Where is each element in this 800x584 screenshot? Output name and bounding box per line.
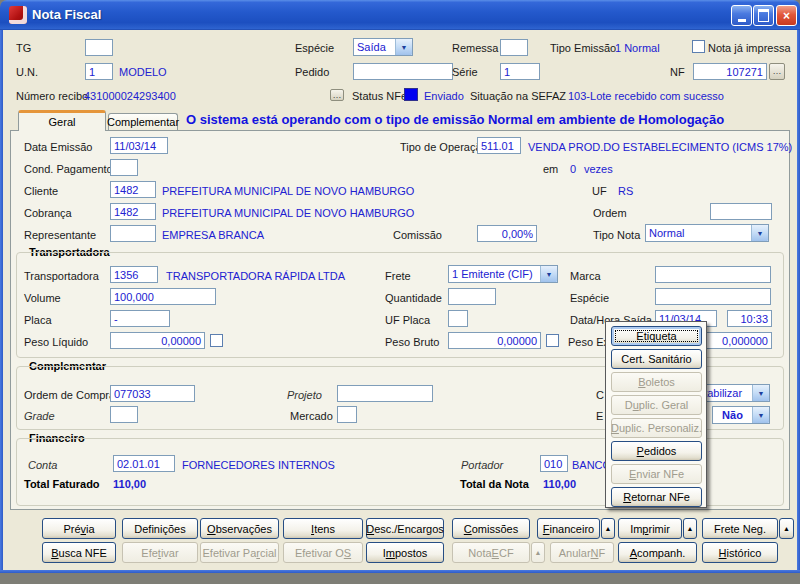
- peso-bruto-input[interactable]: 0,00000: [448, 332, 541, 349]
- quantidade-input[interactable]: [448, 288, 496, 305]
- cobranca-input[interactable]: 1482: [110, 203, 156, 220]
- cond-pagamento-label: Cond. Pagamento: [24, 163, 113, 175]
- duplic-geral-button[interactable]: Duplic. Geral: [611, 395, 702, 415]
- recibo-lookup-button[interactable]: …: [330, 89, 344, 101]
- pedido-input[interactable]: [353, 63, 453, 80]
- grade-input[interactable]: [110, 406, 138, 423]
- total-faturado-label: Total Faturado: [24, 478, 100, 490]
- cliente-input[interactable]: 1482: [110, 181, 156, 198]
- especie-select[interactable]: Saída ▼: [353, 38, 413, 56]
- marca-label: Marca: [570, 270, 601, 282]
- uf-label: UF: [592, 185, 607, 197]
- tipo-operacao-label: Tipo de Operação: [400, 141, 488, 153]
- previa-button[interactable]: Prévia: [42, 518, 116, 539]
- etiqueta-button[interactable]: Etiqueta: [611, 326, 702, 346]
- placa-input[interactable]: -: [110, 310, 170, 327]
- peso-ex-input[interactable]: 0,000000: [700, 332, 772, 349]
- volume-input[interactable]: 100,000: [110, 288, 216, 305]
- efetivar-os-button[interactable]: Efetivar OS: [283, 542, 363, 563]
- boletos-button[interactable]: Boletos: [611, 372, 702, 392]
- comissoes-button[interactable]: Comissões: [452, 518, 530, 539]
- un-input[interactable]: 1: [85, 63, 113, 80]
- nf-lookup-button[interactable]: …: [769, 63, 785, 80]
- cert-sanitario-button[interactable]: Cert. Sanitário: [611, 349, 702, 369]
- pedidos-button[interactable]: Pedidos: [611, 441, 702, 461]
- marca-input[interactable]: [655, 266, 771, 283]
- cond-pagamento-input[interactable]: [110, 159, 138, 176]
- chevron-down-icon[interactable]: ▼: [752, 385, 769, 401]
- ordem-input[interactable]: [710, 203, 772, 220]
- nota-ja-impressa-checkbox[interactable]: [692, 40, 705, 53]
- itens-button[interactable]: Itens: [283, 518, 363, 539]
- imprimir-expand-button[interactable]: ▲: [683, 518, 697, 539]
- maximize-icon: [758, 9, 769, 22]
- serie-input[interactable]: 1: [500, 63, 540, 80]
- anular-nf-button[interactable]: Anular NF: [550, 542, 614, 563]
- chevron-down-icon[interactable]: ▼: [751, 225, 768, 241]
- hora-saida-input[interactable]: 10:33: [727, 310, 772, 327]
- nota-ecf-expand-button[interactable]: ▲: [531, 542, 545, 563]
- situacao-sefaz-value: 103-Lote recebido com sucesso: [568, 90, 724, 102]
- uf-placa-label: UF Placa: [385, 314, 430, 326]
- especie-volume-input[interactable]: [655, 288, 771, 305]
- total-da-nota-value: 110,00: [543, 478, 576, 490]
- un-label: U.N.: [16, 66, 38, 78]
- definicoes-button[interactable]: Definições: [122, 518, 198, 539]
- frete-neg-expand-button[interactable]: ▲: [779, 518, 794, 539]
- observacoes-button[interactable]: Observações: [200, 518, 279, 539]
- tipo-nota-select[interactable]: Normal ▼: [645, 224, 769, 242]
- quantidade-label: Quantidade: [385, 292, 442, 304]
- portador-input[interactable]: 010: [540, 455, 568, 472]
- tab-complementar[interactable]: Complementar: [108, 113, 178, 130]
- acompanh-button[interactable]: Acompanh.: [618, 542, 697, 563]
- duplic-personaliz-button[interactable]: Duplic. Personaliz.: [611, 418, 702, 438]
- frete-select[interactable]: 1 Emitente (CIF) ▼: [448, 265, 558, 283]
- peso-liquido-input[interactable]: 0,00000: [110, 332, 205, 349]
- nf-input[interactable]: 107271: [693, 63, 767, 80]
- retornar-nfe-button[interactable]: Retornar NFe: [611, 487, 702, 507]
- mercado-input[interactable]: [337, 406, 357, 423]
- ordem-compra-input[interactable]: 077033: [110, 385, 195, 402]
- financeiro-button[interactable]: Financeiro: [537, 518, 600, 539]
- total-faturado-value: 110,00: [113, 478, 146, 490]
- peso-bruto-checkbox[interactable]: [546, 334, 559, 347]
- situacao-sefaz-label: Situação na SEFAZ: [470, 90, 566, 102]
- nao-select[interactable]: Não ▼: [712, 406, 770, 424]
- representante-input[interactable]: [110, 225, 156, 242]
- frete-neg-button[interactable]: Frete Neg.: [702, 518, 778, 539]
- historico-button[interactable]: Histórico: [702, 542, 778, 563]
- peso-liquido-checkbox[interactable]: [210, 334, 223, 347]
- projeto-input[interactable]: [337, 385, 433, 402]
- impostos-button[interactable]: Impostos: [366, 542, 444, 563]
- maximize-button[interactable]: [753, 5, 774, 26]
- title-bar[interactable]: Nota Fiscal ×: [0, 0, 800, 30]
- remessa-input[interactable]: [500, 39, 528, 56]
- minimize-button[interactable]: [731, 5, 752, 26]
- desc-encargos-button[interactable]: Desc./Encargos: [366, 518, 444, 539]
- conta-label: Conta: [28, 459, 57, 471]
- tg-input[interactable]: [85, 39, 113, 56]
- busca-nfe-button[interactable]: Busca NFE: [42, 542, 116, 563]
- especie-volume-label: Espécie: [570, 292, 609, 304]
- efetivar-parcial-button[interactable]: Efetivar Parcial: [200, 542, 279, 563]
- tipo-operacao-input[interactable]: 511.01: [477, 137, 521, 154]
- uf-placa-input[interactable]: [448, 310, 468, 327]
- transportadora-input[interactable]: 1356: [110, 266, 158, 283]
- comissao-input[interactable]: 0,00%: [477, 225, 537, 242]
- imprimir-button[interactable]: Imprimir: [618, 518, 682, 539]
- ordem-label: Ordem: [593, 207, 627, 219]
- conta-input[interactable]: 02.01.01: [113, 455, 175, 472]
- chevron-down-icon[interactable]: ▼: [540, 266, 557, 282]
- cliente-desc: PREFEITURA MUNICIPAL DE NOVO HAMBURGO: [162, 185, 414, 197]
- data-emissao-input[interactable]: 11/03/14: [110, 137, 168, 154]
- close-button[interactable]: ×: [776, 5, 797, 26]
- tab-geral[interactable]: Geral: [18, 110, 106, 131]
- chevron-down-icon[interactable]: ▼: [752, 407, 769, 423]
- window-title: Nota Fiscal: [32, 7, 101, 22]
- enviar-nfe-button[interactable]: Enviar NFe: [611, 464, 702, 484]
- financeiro-expand-button[interactable]: ▲: [601, 518, 615, 539]
- nota-ecf-button[interactable]: Nota ECF: [452, 542, 530, 563]
- chevron-down-icon[interactable]: ▼: [395, 39, 412, 55]
- efetivar-button[interactable]: Efetivar: [122, 542, 198, 563]
- arrow-up-icon: ▲: [687, 525, 694, 532]
